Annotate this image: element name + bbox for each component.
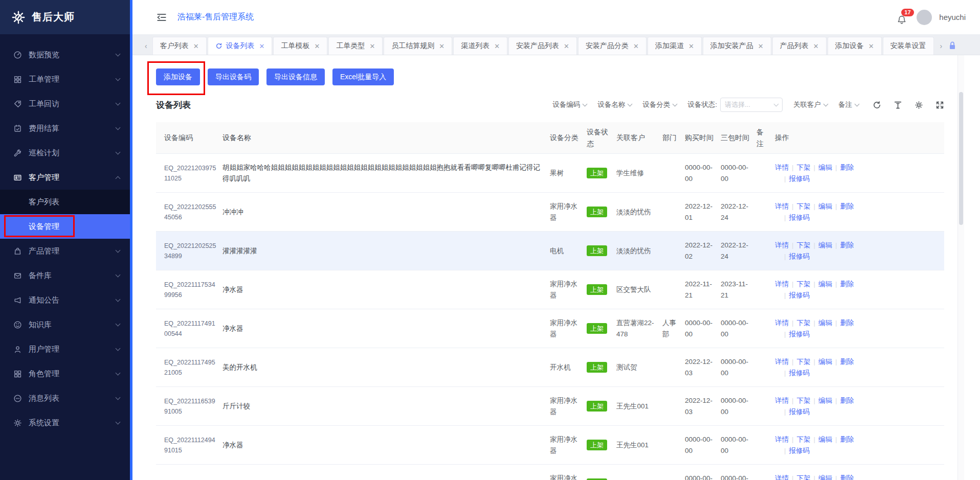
sidebar-subitem-device-management[interactable]: 设备管理 <box>0 214 130 239</box>
edit-link[interactable]: 编辑 <box>818 474 832 480</box>
close-icon[interactable]: ✕ <box>193 42 199 50</box>
export-device-code-button[interactable]: 导出设备码 <box>208 68 259 85</box>
fullscreen-icon[interactable] <box>936 101 944 109</box>
tab-device-list[interactable]: 设备列表✕ <box>208 37 273 55</box>
sidebar-item-system-settings[interactable]: 系统设置 <box>0 410 130 435</box>
row-density-icon[interactable] <box>894 101 902 109</box>
close-icon[interactable]: ✕ <box>564 42 569 50</box>
tab-add-install-product[interactable]: 添加安装产品✕ <box>703 37 771 55</box>
offshelf-link[interactable]: 下架 <box>797 358 811 365</box>
repair-code-link[interactable]: 报修码 <box>789 253 810 260</box>
repair-code-link[interactable]: 报修码 <box>789 447 810 454</box>
lock-icon[interactable] <box>948 41 956 50</box>
edit-link[interactable]: 编辑 <box>818 164 832 171</box>
close-icon[interactable]: ✕ <box>259 42 265 50</box>
sidebar-item-announcements[interactable]: 通知公告 <box>0 288 130 312</box>
offshelf-link[interactable]: 下架 <box>797 436 811 443</box>
repair-code-link[interactable]: 报修码 <box>789 369 810 377</box>
device-status-select[interactable]: 请选择... <box>720 98 783 112</box>
delete-link[interactable]: 删除 <box>840 241 854 249</box>
tab-customer-list[interactable]: 客户列表✕ <box>152 37 207 55</box>
edit-link[interactable]: 编辑 <box>818 358 832 365</box>
offshelf-link[interactable]: 下架 <box>797 241 811 249</box>
export-device-info-button[interactable]: 导出设备信息 <box>266 68 325 85</box>
delete-link[interactable]: 删除 <box>840 436 854 443</box>
sidebar-item-fee-settlement[interactable]: 费用结算 <box>0 116 130 141</box>
tab-workorder-template[interactable]: 工单模板✕ <box>273 37 327 55</box>
filter-note[interactable]: 备注 <box>838 100 859 109</box>
tabs-scroll-left-icon[interactable]: ‹ <box>140 42 152 55</box>
offshelf-link[interactable]: 下架 <box>797 164 811 171</box>
sidebar-item-product-management[interactable]: 产品管理 <box>0 239 130 263</box>
close-icon[interactable]: ✕ <box>868 42 874 50</box>
offshelf-link[interactable]: 下架 <box>797 202 811 210</box>
detail-link[interactable]: 详情 <box>775 319 789 327</box>
sidebar-item-data-preview[interactable]: 数据预览 <box>0 42 130 67</box>
filter-device-name[interactable]: 设备名称 <box>597 100 632 109</box>
filter-device-code[interactable]: 设备编码 <box>552 100 587 109</box>
tab-add-channel[interactable]: 添加渠道✕ <box>648 37 702 55</box>
refresh-icon[interactable] <box>873 101 881 109</box>
edit-link[interactable]: 编辑 <box>818 241 832 249</box>
sidebar-item-knowledge-base[interactable]: 知识库 <box>0 312 130 337</box>
sidebar-item-spare-parts[interactable]: 备件库 <box>0 263 130 288</box>
avatar[interactable] <box>917 10 932 25</box>
close-icon[interactable]: ✕ <box>813 42 819 50</box>
repair-code-link[interactable]: 报修码 <box>789 408 810 416</box>
detail-link[interactable]: 详情 <box>775 202 789 210</box>
edit-link[interactable]: 编辑 <box>818 319 832 327</box>
repair-code-link[interactable]: 报修码 <box>789 214 810 221</box>
filter-related-customer[interactable]: 关联客户 <box>793 100 828 109</box>
detail-link[interactable]: 详情 <box>775 164 789 171</box>
detail-link[interactable]: 详情 <box>775 474 789 480</box>
sidebar-item-role-management[interactable]: 角色管理 <box>0 361 130 386</box>
close-icon[interactable]: ✕ <box>439 42 444 50</box>
repair-code-link[interactable]: 报修码 <box>789 330 810 338</box>
notifications-button[interactable]: 17 <box>896 10 909 25</box>
sidebar-item-workorder-followup[interactable]: 工单回访 <box>0 92 130 116</box>
sidebar-item-inspection-plan[interactable]: 巡检计划 <box>0 141 130 165</box>
tab-staff-settlement-rules[interactable]: 员工结算规则✕ <box>384 37 452 55</box>
delete-link[interactable]: 删除 <box>840 358 854 365</box>
detail-link[interactable]: 详情 <box>775 241 789 249</box>
tab-install-order-settings[interactable]: 安装单设置 <box>883 37 934 55</box>
sidebar-item-customer-management[interactable]: 客户管理 <box>0 165 130 190</box>
edit-link[interactable]: 编辑 <box>818 280 832 288</box>
delete-link[interactable]: 删除 <box>840 397 854 404</box>
detail-link[interactable]: 详情 <box>775 358 789 365</box>
detail-link[interactable]: 详情 <box>775 280 789 288</box>
delete-link[interactable]: 删除 <box>840 164 854 171</box>
column-settings-gear-icon[interactable] <box>915 101 923 109</box>
close-icon[interactable]: ✕ <box>758 42 764 50</box>
offshelf-link[interactable]: 下架 <box>797 474 811 480</box>
tab-channel-list[interactable]: 渠道列表✕ <box>453 37 507 55</box>
delete-link[interactable]: 删除 <box>840 319 854 327</box>
offshelf-link[interactable]: 下架 <box>797 280 811 288</box>
tabs-scroll-right-icon[interactable]: › <box>935 42 948 55</box>
sidebar-item-message-list[interactable]: 消息列表 <box>0 386 130 410</box>
close-icon[interactable]: ✕ <box>314 42 320 50</box>
scrollbar-thumb[interactable] <box>959 92 963 225</box>
close-icon[interactable]: ✕ <box>494 42 500 50</box>
sidebar-subitem-customer-list[interactable]: 客户列表 <box>0 190 130 214</box>
add-device-button[interactable]: 添加设备 <box>156 68 200 85</box>
offshelf-link[interactable]: 下架 <box>797 319 811 327</box>
excel-batch-import-button[interactable]: Excel批量导入 <box>332 68 394 85</box>
delete-link[interactable]: 删除 <box>840 202 854 210</box>
tab-add-device[interactable]: 添加设备✕ <box>828 37 882 55</box>
edit-link[interactable]: 编辑 <box>818 202 832 210</box>
close-icon[interactable]: ✕ <box>688 42 694 50</box>
detail-link[interactable]: 详情 <box>775 397 789 404</box>
sidebar-item-workorder-management[interactable]: 工单管理 <box>0 67 130 92</box>
edit-link[interactable]: 编辑 <box>818 436 832 443</box>
tab-install-product-list[interactable]: 安装产品列表✕ <box>508 37 577 55</box>
filter-device-category[interactable]: 设备分类 <box>642 100 677 109</box>
menu-collapse-icon[interactable] <box>156 12 167 23</box>
delete-link[interactable]: 删除 <box>840 474 854 480</box>
tab-workorder-type[interactable]: 工单类型✕ <box>328 37 383 55</box>
delete-link[interactable]: 删除 <box>840 280 854 288</box>
sidebar-item-user-management[interactable]: 用户管理 <box>0 337 130 361</box>
edit-link[interactable]: 编辑 <box>818 397 832 404</box>
close-icon[interactable]: ✕ <box>633 42 639 50</box>
tab-product-list[interactable]: 产品列表✕ <box>772 37 827 55</box>
